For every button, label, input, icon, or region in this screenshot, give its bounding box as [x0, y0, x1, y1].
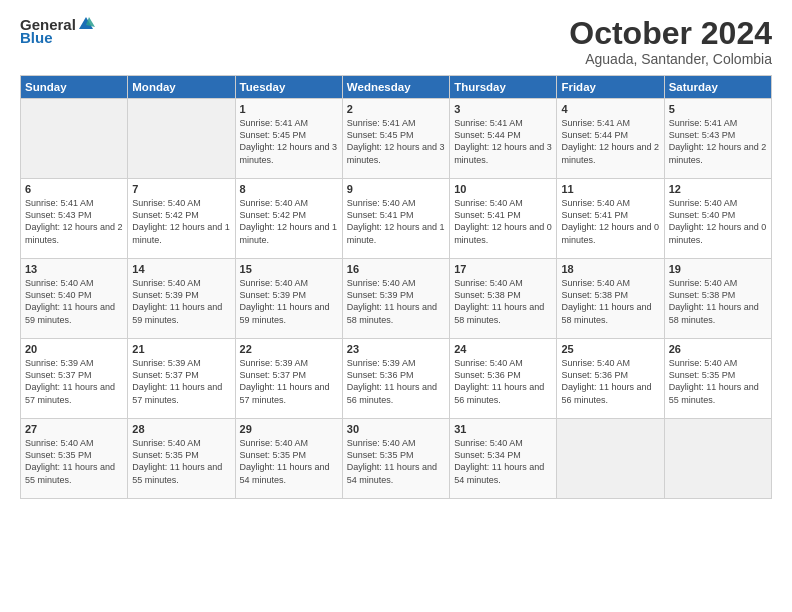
day-number: 7 [132, 183, 230, 195]
day-number: 25 [561, 343, 659, 355]
calendar-table: SundayMondayTuesdayWednesdayThursdayFrid… [20, 75, 772, 499]
calendar-cell: 9Sunrise: 5:40 AM Sunset: 5:41 PM Daylig… [342, 179, 449, 259]
header-row: SundayMondayTuesdayWednesdayThursdayFrid… [21, 76, 772, 99]
calendar-week-row: 20Sunrise: 5:39 AM Sunset: 5:37 PM Dayli… [21, 339, 772, 419]
calendar-cell [21, 99, 128, 179]
cell-info: Sunrise: 5:40 AM Sunset: 5:36 PM Dayligh… [561, 357, 659, 406]
cell-info: Sunrise: 5:41 AM Sunset: 5:44 PM Dayligh… [561, 117, 659, 166]
calendar-cell [557, 419, 664, 499]
day-number: 4 [561, 103, 659, 115]
month-title: October 2024 [569, 16, 772, 51]
logo-icon [77, 15, 95, 33]
calendar-week-row: 13Sunrise: 5:40 AM Sunset: 5:40 PM Dayli… [21, 259, 772, 339]
cell-info: Sunrise: 5:39 AM Sunset: 5:37 PM Dayligh… [25, 357, 123, 406]
day-number: 3 [454, 103, 552, 115]
day-number: 20 [25, 343, 123, 355]
page: General Blue October 2024 Aguada, Santan… [0, 0, 792, 612]
cell-info: Sunrise: 5:40 AM Sunset: 5:40 PM Dayligh… [25, 277, 123, 326]
calendar-cell: 10Sunrise: 5:40 AM Sunset: 5:41 PM Dayli… [450, 179, 557, 259]
calendar-cell: 24Sunrise: 5:40 AM Sunset: 5:36 PM Dayli… [450, 339, 557, 419]
calendar-cell: 2Sunrise: 5:41 AM Sunset: 5:45 PM Daylig… [342, 99, 449, 179]
day-number: 2 [347, 103, 445, 115]
cell-info: Sunrise: 5:40 AM Sunset: 5:35 PM Dayligh… [347, 437, 445, 486]
day-header: Sunday [21, 76, 128, 99]
calendar-cell: 30Sunrise: 5:40 AM Sunset: 5:35 PM Dayli… [342, 419, 449, 499]
cell-info: Sunrise: 5:40 AM Sunset: 5:38 PM Dayligh… [669, 277, 767, 326]
day-number: 29 [240, 423, 338, 435]
cell-info: Sunrise: 5:40 AM Sunset: 5:35 PM Dayligh… [132, 437, 230, 486]
calendar-cell: 1Sunrise: 5:41 AM Sunset: 5:45 PM Daylig… [235, 99, 342, 179]
cell-info: Sunrise: 5:39 AM Sunset: 5:37 PM Dayligh… [132, 357, 230, 406]
day-number: 1 [240, 103, 338, 115]
day-number: 31 [454, 423, 552, 435]
day-number: 6 [25, 183, 123, 195]
day-number: 13 [25, 263, 123, 275]
day-header: Thursday [450, 76, 557, 99]
calendar-cell: 14Sunrise: 5:40 AM Sunset: 5:39 PM Dayli… [128, 259, 235, 339]
day-number: 17 [454, 263, 552, 275]
day-number: 21 [132, 343, 230, 355]
calendar-cell: 6Sunrise: 5:41 AM Sunset: 5:43 PM Daylig… [21, 179, 128, 259]
calendar-cell: 27Sunrise: 5:40 AM Sunset: 5:35 PM Dayli… [21, 419, 128, 499]
calendar-cell: 5Sunrise: 5:41 AM Sunset: 5:43 PM Daylig… [664, 99, 771, 179]
logo: General Blue [20, 16, 95, 46]
day-header: Monday [128, 76, 235, 99]
cell-info: Sunrise: 5:40 AM Sunset: 5:40 PM Dayligh… [669, 197, 767, 246]
cell-info: Sunrise: 5:40 AM Sunset: 5:41 PM Dayligh… [454, 197, 552, 246]
calendar-cell [128, 99, 235, 179]
day-number: 22 [240, 343, 338, 355]
cell-info: Sunrise: 5:41 AM Sunset: 5:43 PM Dayligh… [669, 117, 767, 166]
cell-info: Sunrise: 5:39 AM Sunset: 5:37 PM Dayligh… [240, 357, 338, 406]
cell-info: Sunrise: 5:41 AM Sunset: 5:44 PM Dayligh… [454, 117, 552, 166]
calendar-cell: 23Sunrise: 5:39 AM Sunset: 5:36 PM Dayli… [342, 339, 449, 419]
title-area: October 2024 Aguada, Santander, Colombia [569, 16, 772, 67]
calendar-cell: 20Sunrise: 5:39 AM Sunset: 5:37 PM Dayli… [21, 339, 128, 419]
calendar-cell: 28Sunrise: 5:40 AM Sunset: 5:35 PM Dayli… [128, 419, 235, 499]
cell-info: Sunrise: 5:40 AM Sunset: 5:34 PM Dayligh… [454, 437, 552, 486]
day-number: 8 [240, 183, 338, 195]
calendar-cell: 4Sunrise: 5:41 AM Sunset: 5:44 PM Daylig… [557, 99, 664, 179]
day-header: Saturday [664, 76, 771, 99]
cell-info: Sunrise: 5:40 AM Sunset: 5:39 PM Dayligh… [347, 277, 445, 326]
cell-info: Sunrise: 5:40 AM Sunset: 5:39 PM Dayligh… [132, 277, 230, 326]
cell-info: Sunrise: 5:40 AM Sunset: 5:38 PM Dayligh… [561, 277, 659, 326]
header: General Blue October 2024 Aguada, Santan… [20, 16, 772, 67]
day-number: 5 [669, 103, 767, 115]
calendar-cell: 13Sunrise: 5:40 AM Sunset: 5:40 PM Dayli… [21, 259, 128, 339]
cell-info: Sunrise: 5:40 AM Sunset: 5:39 PM Dayligh… [240, 277, 338, 326]
cell-info: Sunrise: 5:40 AM Sunset: 5:35 PM Dayligh… [240, 437, 338, 486]
cell-info: Sunrise: 5:40 AM Sunset: 5:41 PM Dayligh… [561, 197, 659, 246]
day-number: 24 [454, 343, 552, 355]
cell-info: Sunrise: 5:39 AM Sunset: 5:36 PM Dayligh… [347, 357, 445, 406]
logo-blue: Blue [20, 29, 53, 46]
calendar-week-row: 6Sunrise: 5:41 AM Sunset: 5:43 PM Daylig… [21, 179, 772, 259]
day-header: Friday [557, 76, 664, 99]
calendar-cell: 21Sunrise: 5:39 AM Sunset: 5:37 PM Dayli… [128, 339, 235, 419]
day-number: 15 [240, 263, 338, 275]
day-number: 16 [347, 263, 445, 275]
calendar-cell: 18Sunrise: 5:40 AM Sunset: 5:38 PM Dayli… [557, 259, 664, 339]
cell-info: Sunrise: 5:40 AM Sunset: 5:42 PM Dayligh… [132, 197, 230, 246]
day-number: 19 [669, 263, 767, 275]
day-number: 27 [25, 423, 123, 435]
day-number: 12 [669, 183, 767, 195]
calendar-cell: 19Sunrise: 5:40 AM Sunset: 5:38 PM Dayli… [664, 259, 771, 339]
calendar-cell: 7Sunrise: 5:40 AM Sunset: 5:42 PM Daylig… [128, 179, 235, 259]
calendar-week-row: 1Sunrise: 5:41 AM Sunset: 5:45 PM Daylig… [21, 99, 772, 179]
cell-info: Sunrise: 5:41 AM Sunset: 5:45 PM Dayligh… [240, 117, 338, 166]
cell-info: Sunrise: 5:40 AM Sunset: 5:35 PM Dayligh… [669, 357, 767, 406]
cell-info: Sunrise: 5:41 AM Sunset: 5:45 PM Dayligh… [347, 117, 445, 166]
day-header: Wednesday [342, 76, 449, 99]
day-number: 14 [132, 263, 230, 275]
day-number: 26 [669, 343, 767, 355]
calendar-cell: 31Sunrise: 5:40 AM Sunset: 5:34 PM Dayli… [450, 419, 557, 499]
calendar-week-row: 27Sunrise: 5:40 AM Sunset: 5:35 PM Dayli… [21, 419, 772, 499]
day-number: 9 [347, 183, 445, 195]
calendar-cell [664, 419, 771, 499]
calendar-cell: 16Sunrise: 5:40 AM Sunset: 5:39 PM Dayli… [342, 259, 449, 339]
calendar-cell: 26Sunrise: 5:40 AM Sunset: 5:35 PM Dayli… [664, 339, 771, 419]
day-number: 23 [347, 343, 445, 355]
calendar-cell: 29Sunrise: 5:40 AM Sunset: 5:35 PM Dayli… [235, 419, 342, 499]
cell-info: Sunrise: 5:40 AM Sunset: 5:35 PM Dayligh… [25, 437, 123, 486]
calendar-cell: 25Sunrise: 5:40 AM Sunset: 5:36 PM Dayli… [557, 339, 664, 419]
